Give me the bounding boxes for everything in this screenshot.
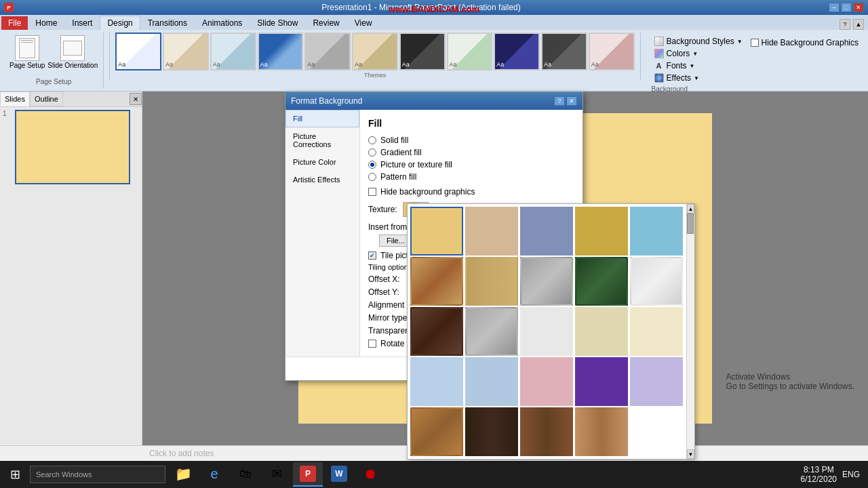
bg-styles-btn[interactable]: Background Styles ▼ [652, 35, 745, 47]
taskbar-word[interactable]: W [324, 462, 354, 487]
dialog-nav: Fill Picture Corrections Picture Color A… [285, 110, 360, 357]
gradient-fill-radio[interactable] [368, 148, 376, 157]
search-box[interactable]: Search Windows [30, 466, 165, 483]
texture-dark-brown[interactable] [410, 307, 463, 356]
texture-purple[interactable] [575, 357, 628, 406]
taskbar-lang: ENG [842, 470, 860, 479]
sidebar-close-btn[interactable]: ✕ [130, 93, 142, 105]
background-group: Background Styles ▼ Colors ▼ A Fonts ▼ [646, 33, 864, 96]
texture-cork1[interactable] [410, 407, 463, 456]
picture-texture-radio[interactable] [368, 161, 376, 169]
scroll-down-btn[interactable]: ▼ [687, 449, 694, 459]
scroll-thumb[interactable] [687, 214, 694, 234]
hide-bg-graphics-option[interactable]: Hide background graphics [368, 187, 574, 197]
tab-file[interactable]: File [1, 16, 28, 30]
taskbar-explorer[interactable]: 📁 [168, 462, 198, 487]
texture-cream[interactable] [630, 307, 683, 356]
tab-review[interactable]: Review [305, 16, 347, 30]
taskbar-record[interactable]: ⏺ [355, 462, 385, 487]
tab-transitions[interactable]: Transitions [140, 16, 195, 30]
theme-5[interactable]: Aa [304, 33, 351, 70]
texture-water[interactable] [630, 207, 683, 256]
theme-2[interactable]: Aa [163, 33, 209, 70]
taskbar-mail[interactable]: ✉ [262, 462, 292, 487]
texture-blue-tiss2[interactable] [410, 357, 463, 406]
texture-med-wood[interactable] [520, 407, 573, 456]
theme-7[interactable]: Aa [399, 33, 446, 70]
texture-wood-light[interactable] [465, 257, 518, 306]
tile-pic-checkbox[interactable]: ✓ [368, 251, 376, 260]
texture-granite[interactable] [520, 257, 573, 306]
dialog-nav-artistic-effects[interactable]: Artistic Effects [285, 171, 359, 188]
start-btn[interactable]: ⊞ [3, 462, 27, 487]
texture-lt-blue[interactable] [465, 357, 518, 406]
texture-white-marble[interactable] [630, 257, 683, 306]
rotate-checkbox[interactable] [368, 340, 376, 348]
texture-white-tissue[interactable] [520, 307, 573, 356]
texture-grid-popup[interactable]: ▲ ▼ [407, 203, 695, 460]
texture-paper-bag[interactable] [465, 207, 518, 256]
scroll-up-btn[interactable]: ▲ [687, 204, 694, 214]
texture-blue-tissue[interactable] [520, 207, 573, 256]
page-setup-btn[interactable]: Page Setup [9, 35, 45, 69]
hide-bg-checkbox-container[interactable]: Hide Background Graphics [751, 38, 859, 47]
dialog-nav-picture-color[interactable]: Picture Color [285, 153, 359, 171]
search-placeholder: Search Windows [36, 470, 92, 479]
texture-dark-wood[interactable] [465, 407, 518, 456]
taskbar-ie[interactable]: e [199, 462, 229, 487]
picture-texture-option[interactable]: Picture or texture fill [368, 160, 574, 169]
slide-orientation-btn[interactable]: Slide Orientation [47, 35, 98, 69]
tab-slideshow[interactable]: Slide Show [250, 16, 305, 30]
help-icon[interactable]: ? [840, 19, 850, 30]
theme-8[interactable]: Aa [447, 33, 493, 70]
solid-fill-option[interactable]: Solid fill [368, 136, 574, 145]
texture-brown-marble[interactable] [410, 257, 463, 306]
fonts-btn[interactable]: A Fonts ▼ [652, 60, 745, 72]
slide-1-thumb[interactable] [15, 110, 130, 184]
hide-bg-checkbox[interactable] [751, 39, 759, 47]
effects-btn[interactable]: Effects ▼ [652, 72, 745, 84]
tab-insert[interactable]: Insert [64, 16, 100, 30]
theme-4[interactable]: Aa [258, 33, 304, 70]
solid-fill-radio[interactable] [368, 136, 376, 144]
texture-gray-sand[interactable] [465, 307, 518, 356]
slide-panel[interactable]: 1 [0, 107, 142, 445]
colors-btn[interactable]: Colors ▼ [652, 47, 745, 60]
close-btn[interactable]: ✕ [853, 3, 864, 12]
texture-lavender[interactable] [630, 357, 683, 406]
pattern-fill-radio[interactable] [368, 173, 376, 181]
texture-sand[interactable] [575, 307, 628, 356]
texture-lt-wood[interactable] [575, 407, 628, 456]
dialog-nav-picture-corrections[interactable]: Picture Corrections [285, 127, 359, 153]
dialog-close-btn[interactable]: ✕ [566, 96, 577, 106]
sidebar-tab-outline[interactable]: Outline [30, 92, 63, 106]
minimize-btn[interactable]: ─ [829, 3, 840, 12]
texture-papyrus[interactable] [410, 207, 463, 256]
theme-10[interactable]: Aa [541, 33, 587, 70]
tab-animations[interactable]: Animations [195, 16, 250, 30]
scroll-track[interactable] [687, 214, 694, 449]
theme-office[interactable]: Aa [115, 33, 161, 70]
theme-6[interactable]: Aa [352, 33, 398, 70]
tab-view[interactable]: View [347, 16, 380, 30]
dialog-help-btn[interactable]: ? [554, 96, 565, 106]
theme-9[interactable]: Aa [494, 33, 540, 70]
tab-home[interactable]: Home [28, 16, 64, 30]
texture-pink[interactable] [520, 357, 573, 406]
hide-bg-graphics-checkbox[interactable] [368, 188, 376, 196]
gradient-fill-option[interactable]: Gradient fill [368, 148, 574, 157]
maximize-btn[interactable]: □ [841, 3, 852, 12]
tab-design[interactable]: Design [100, 16, 140, 30]
texture-green-marble[interactable] [575, 257, 628, 306]
texture-woven[interactable] [575, 207, 628, 256]
dialog-nav-fill[interactable]: Fill [285, 110, 359, 127]
theme-11[interactable]: Aa [589, 33, 635, 70]
pattern-fill-option[interactable]: Pattern fill [368, 172, 574, 182]
ribbon-collapse-btn[interactable]: ▲ [853, 19, 864, 30]
ribbon-content: Page Setup Slide Orientation Page Setup … [0, 30, 868, 91]
click-to-add-notes: Click to add notes [149, 449, 214, 458]
taskbar-store[interactable]: 🛍 [231, 462, 260, 487]
theme-3[interactable]: Aa [210, 33, 256, 70]
sidebar-tab-slides[interactable]: Slides [0, 92, 30, 106]
taskbar-powerpoint[interactable]: P [293, 462, 323, 487]
